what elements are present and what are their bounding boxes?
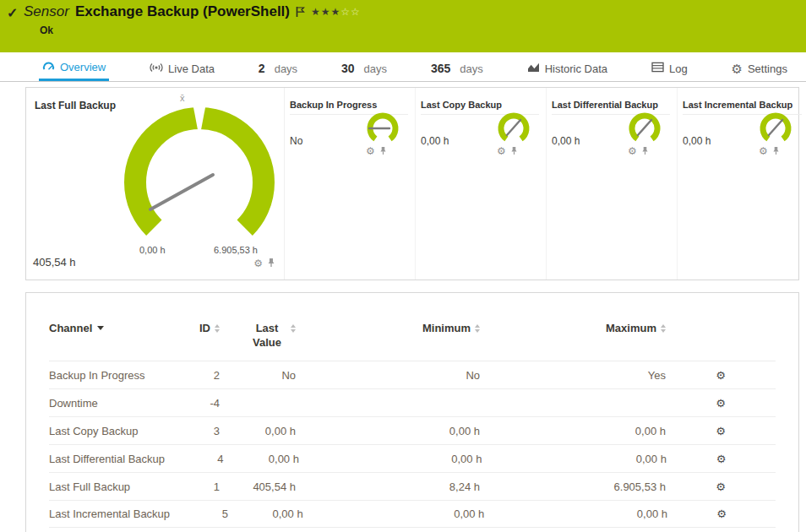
channel-name-link[interactable]: Backup In Progress: [49, 369, 161, 382]
column-header-channel[interactable]: Channel: [49, 322, 161, 334]
column-label: Channel: [49, 322, 92, 334]
sensor-header: ✓ Sensor Exchange Backup (PowerShell) ★★…: [0, 0, 806, 52]
gauge-gear-icon[interactable]: ⚙: [366, 146, 375, 156]
gauge-max-label: 6.905,53 h: [214, 245, 258, 255]
gauge-gear-icon[interactable]: ⚙: [628, 146, 637, 156]
main-gauge-dial: [115, 101, 284, 262]
sort-desc-icon: [97, 326, 104, 330]
channel-name-link[interactable]: Last Full Backup: [49, 480, 161, 493]
channel-id: 2: [161, 369, 220, 382]
tab-label: Overview: [60, 61, 106, 73]
channel-minimum: No: [296, 369, 480, 382]
column-label: Last Value: [248, 322, 286, 350]
channel-maximum: Yes: [480, 369, 666, 382]
channel-name-link[interactable]: Downtime: [49, 397, 161, 410]
gauge-last-incremental-backup: Last Incremental Backup 0,00 h ⚙: [678, 88, 806, 280]
channel-id: 4: [165, 453, 224, 465]
tab-30-days[interactable]: 30days: [338, 56, 390, 81]
channel-settings-icon[interactable]: ⚙: [716, 426, 726, 437]
table-row: Last Copy Backup 3 0,00 h 0,00 h 0,00 h …: [49, 416, 776, 444]
live-data-broadcast-icon: [150, 62, 163, 76]
column-header-id[interactable]: ID: [161, 322, 220, 334]
gauge-gear-icon[interactable]: ⚙: [253, 258, 263, 269]
channel-last-value: 0,00 h: [224, 453, 299, 465]
small-gauge-dial: [364, 111, 401, 145]
sort-icon: [661, 324, 666, 333]
stars-empty[interactable]: ☆☆: [340, 6, 361, 18]
gauge-pin-icon[interactable]: [267, 256, 275, 271]
tab-bar: Overview Live Data 2days 30days 365days …: [0, 56, 806, 82]
column-header-minimum[interactable]: Minimum: [296, 322, 480, 334]
channel-settings-icon[interactable]: ⚙: [716, 453, 727, 464]
channel-id: 5: [170, 508, 228, 520]
channel-settings-icon[interactable]: ⚙: [716, 481, 726, 492]
channel-minimum: 8,24 h: [296, 480, 480, 493]
table-row: Last Full Backup 1 405,54 h 8,24 h 6.905…: [49, 472, 776, 500]
tab-settings[interactable]: ⚙ Settings: [728, 56, 791, 81]
gauge-gear-icon[interactable]: ⚙: [497, 146, 506, 156]
channel-maximum: 0,00 h: [484, 508, 667, 520]
tab-overview[interactable]: Overview: [39, 56, 109, 81]
tab-number: 2: [259, 62, 265, 75]
small-gauge-dial: [757, 111, 794, 145]
channel-table-panel: Channel ID Last Value Minimum Maximum Ba…: [25, 292, 799, 532]
table-header-row: Channel ID Last Value Minimum Maximum: [49, 322, 776, 361]
channel-minimum: 0,00 h: [303, 508, 485, 520]
channel-settings-icon[interactable]: ⚙: [716, 370, 726, 381]
gauge-pin-icon[interactable]: [772, 144, 780, 159]
gauge-pin-icon[interactable]: [379, 144, 387, 159]
tab-2-days[interactable]: 2days: [255, 56, 301, 81]
channel-name-link[interactable]: Last Incremental Backup: [49, 508, 170, 520]
channel-minimum: 0,00 h: [296, 425, 480, 437]
channel-minimum: 0,00 h: [299, 453, 482, 465]
channel-maximum: 0,00 h: [482, 453, 666, 465]
channel-last-value: 0,00 h: [220, 425, 296, 437]
table-row: Last Differential Backup 4 0,00 h 0,00 h…: [49, 444, 776, 472]
column-header-last-value[interactable]: Last Value: [220, 322, 296, 350]
tab-historic-data[interactable]: Historic Data: [524, 56, 611, 81]
tab-unit: days: [275, 62, 297, 75]
tab-unit: days: [364, 62, 387, 75]
stars-filled[interactable]: ★★★: [311, 6, 340, 18]
gauge-min-label: 0,00 h: [139, 245, 166, 255]
channel-name-link[interactable]: Last Copy Backup: [49, 425, 161, 437]
gauge-pin-icon[interactable]: [641, 144, 649, 159]
gauge-value: No: [290, 135, 302, 147]
channel-name-link[interactable]: Last Differential Backup: [49, 453, 165, 465]
tab-label: Log: [669, 62, 688, 75]
priority-flag-icon: [296, 6, 305, 21]
tab-log[interactable]: Log: [648, 56, 691, 81]
column-label: Maximum: [606, 322, 656, 334]
table-row: Downtime -4 ⚙: [49, 388, 776, 416]
gauge-last-full-backup: Last Full Backup x̄ 0,00 h 6.905,53 h 40…: [26, 88, 285, 280]
channel-settings-icon[interactable]: ⚙: [716, 398, 726, 409]
channel-last-value: No: [220, 369, 296, 382]
gauge-last-copy-backup: Last Copy Backup 0,00 h ⚙: [416, 88, 547, 280]
small-gauge-dial: [495, 111, 532, 145]
sensor-status-badge: Ok: [40, 24, 53, 36]
sensor-type-label: Sensor: [24, 3, 69, 20]
gauge-gear-icon[interactable]: ⚙: [759, 146, 768, 156]
tab-number: 30: [341, 62, 355, 75]
tab-unit: days: [460, 62, 482, 75]
tab-365-days[interactable]: 365days: [428, 56, 487, 81]
channel-id: 3: [161, 425, 220, 437]
gauge-value: 0,00 h: [421, 135, 449, 147]
tab-number: 365: [431, 62, 450, 75]
tab-label: Live Data: [168, 62, 215, 75]
gauge-pin-icon[interactable]: [510, 144, 518, 159]
small-gauge-dial: [626, 111, 663, 145]
column-label: ID: [199, 322, 210, 334]
log-list-icon: [651, 62, 664, 75]
tab-live-data[interactable]: Live Data: [146, 56, 218, 81]
tab-label: Settings: [748, 62, 787, 75]
page-title: Exchange Backup (PowerShell): [75, 3, 290, 20]
priority-stars[interactable]: ★★★☆☆: [311, 6, 361, 18]
channel-last-value: 405,54 h: [220, 480, 296, 493]
channel-last-value: 0,00 h: [228, 508, 303, 520]
overview-gauge-icon: [42, 61, 55, 74]
table-row: Last Incremental Backup 5 0,00 h 0,00 h …: [49, 500, 776, 528]
status-check-icon: ✓: [7, 5, 18, 21]
column-header-maximum[interactable]: Maximum: [480, 322, 666, 334]
channel-settings-icon[interactable]: ⚙: [716, 508, 727, 519]
